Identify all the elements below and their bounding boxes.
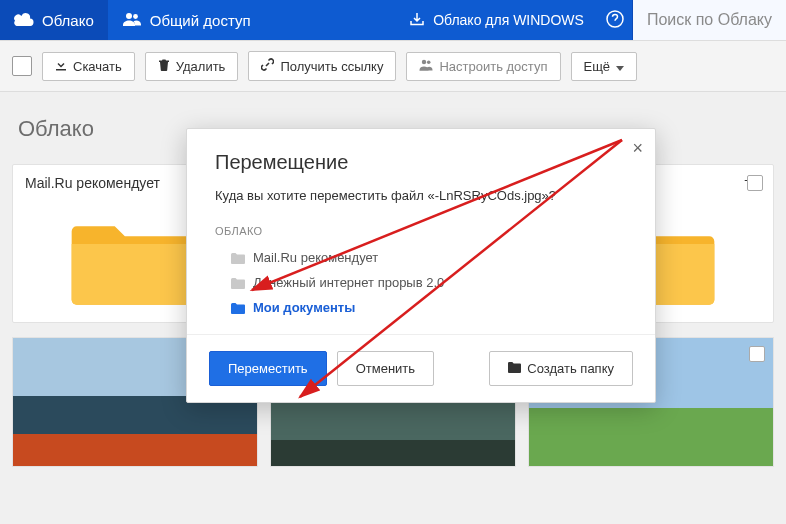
tree-item[interactable]: Mail.Ru рекомендует [215,245,627,270]
close-icon: × [632,138,643,158]
modal-overlay: × Перемещение Куда вы хотите переместить… [0,0,786,524]
tree-item-selected[interactable]: Мои документы [215,295,627,320]
modal-title: Перемещение [215,151,627,174]
folder-small-icon [231,277,245,288]
create-folder-label: Создать папку [527,361,614,376]
folder-small-icon [231,302,245,313]
folder-small-icon [231,252,245,263]
tree-item-label: Денежный интернет прорыв 2.0 [253,275,444,290]
modal-close-button[interactable]: × [632,139,643,157]
folder-tree: Mail.Ru рекомендует Денежный интернет пр… [215,245,627,320]
tree-item-label: Mail.Ru рекомендует [253,250,378,265]
move-button[interactable]: Переместить [209,351,327,386]
cancel-button[interactable]: Отменить [337,351,434,386]
modal-description: Куда вы хотите переместить файл «-LnRSRy… [215,188,627,203]
create-folder-button[interactable]: Создать папку [489,351,633,386]
folder-add-icon [508,361,521,376]
tree-item[interactable]: Денежный интернет прорыв 2.0 [215,270,627,295]
modal-footer: Переместить Отменить Создать папку [187,334,655,402]
move-button-label: Переместить [228,361,308,376]
cancel-button-label: Отменить [356,361,415,376]
tree-item-label: Мои документы [253,300,355,315]
tree-root-label: ОБЛАКО [215,225,627,237]
move-modal: × Перемещение Куда вы хотите переместить… [186,128,656,403]
